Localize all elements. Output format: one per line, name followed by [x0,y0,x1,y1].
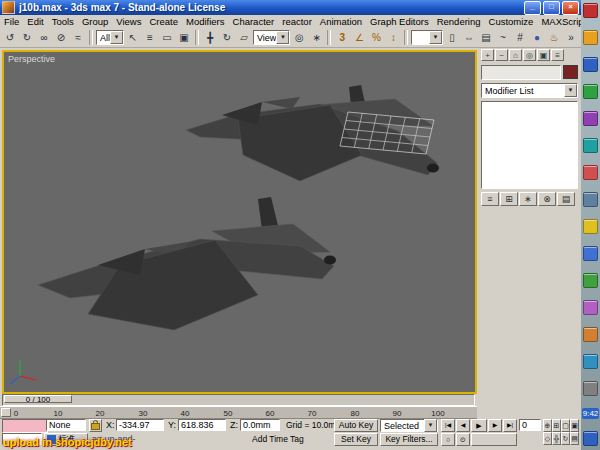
auto-key-button[interactable]: Auto Key [334,419,378,432]
chevron-down-icon[interactable]: ▼ [429,31,442,44]
desktop-icon[interactable] [583,192,598,207]
menu-edit[interactable]: Edit [23,16,47,27]
select-object-icon[interactable]: ↖ [125,30,141,46]
menu-animation[interactable]: Animation [316,16,366,27]
y-coordinate-field[interactable]: 618.836 [178,419,226,431]
make-unique-icon[interactable]: ∗ [519,192,537,206]
desktop-icon[interactable] [583,84,598,99]
tab-create-icon[interactable]: + [481,49,494,61]
menu-character[interactable]: Character [229,16,279,27]
named-selection-sets-dropdown[interactable]: ▼ [411,30,443,45]
jet-model-lower[interactable] [38,197,336,330]
desktop-icon[interactable] [583,138,598,153]
configure-modifier-sets-icon[interactable]: ▤ [557,192,575,206]
key-selection-dropdown[interactable]: Selected ▼ [380,419,438,432]
macro-recorder-field[interactable] [2,419,48,433]
goto-start-button[interactable]: |◀ [441,419,455,432]
zoom-extents-icon[interactable]: ▢ [561,419,570,432]
window-crossing-icon[interactable]: ▣ [176,30,192,46]
menu-graph-editors[interactable]: Graph Editors [366,16,433,27]
menu-reactor[interactable]: reactor [278,16,316,27]
pin-stack-icon[interactable]: ≡ [481,192,499,206]
selection-filter-dropdown[interactable]: All ▼ [96,30,124,45]
tab-hierarchy-icon[interactable]: ⌂ [509,49,522,61]
schematic-view-icon[interactable]: # [512,30,528,46]
quick-render-icon[interactable]: » [563,30,579,46]
jet-model-upper[interactable] [186,85,439,181]
align-icon[interactable]: ⇔ [461,30,477,46]
redo-icon[interactable]: ↻ [19,30,35,46]
title-bar[interactable]: j10b.max - 3ds max 7 - Stand-alone Licen… [0,0,581,15]
menu-rendering[interactable]: Rendering [433,16,485,27]
object-name-field[interactable] [481,65,561,80]
selection-lock-icon[interactable] [89,419,102,432]
tab-display-icon[interactable]: ▣ [537,49,550,61]
percent-snap-icon[interactable]: % [368,30,384,46]
use-pivot-point-icon[interactable]: ◎ [291,30,307,46]
bind-to-space-warp-icon[interactable]: ≈ [70,30,86,46]
close-button[interactable]: × [562,1,579,15]
object-color-swatch[interactable] [563,65,578,79]
desktop-icon[interactable] [583,300,598,315]
menu-views[interactable]: Views [112,16,145,27]
rectangular-selection-region-icon[interactable]: ▭ [159,30,175,46]
play-button[interactable]: ▶ [471,419,487,432]
time-slider-track[interactable]: 0 / 100 [2,394,475,406]
remove-modifier-icon[interactable]: ⊗ [538,192,556,206]
chevron-down-icon[interactable]: ▼ [110,31,123,44]
menu-customize[interactable]: Customize [485,16,538,27]
chevron-down-icon[interactable]: ▼ [276,31,289,44]
desktop-icon[interactable] [583,273,598,288]
modifier-stack-list[interactable] [481,101,578,189]
goto-end-button[interactable]: ▶| [503,419,517,432]
perspective-viewport[interactable]: Perspective [2,50,477,394]
select-and-link-icon[interactable]: ∞ [36,30,52,46]
min-max-toggle-icon[interactable]: ▤ [570,432,579,445]
undo-icon[interactable]: ↺ [2,30,18,46]
chevron-down-icon[interactable]: ▼ [564,84,577,97]
desktop-icon[interactable] [583,30,598,45]
select-and-manipulate-icon[interactable]: ∗ [308,30,324,46]
arc-rotate-icon[interactable]: ↻ [561,432,570,445]
snap-toggle-icon[interactable]: 3 [334,30,350,46]
desktop-icon[interactable] [583,3,598,18]
tab-modify-icon[interactable]: ~ [495,49,508,61]
select-and-move-icon[interactable]: ╋ [202,30,218,46]
reference-coordinate-dropdown[interactable]: View ▼ [253,30,290,45]
desktop-icon[interactable] [583,327,598,342]
previous-frame-button[interactable]: ◀ [456,419,470,432]
key-mode-toggle[interactable]: ○ [441,433,455,446]
next-frame-button[interactable]: ▶ [488,419,502,432]
tray-icon[interactable] [583,431,598,446]
tab-motion-icon[interactable]: ◎ [523,49,536,61]
chevron-down-icon[interactable]: ▼ [424,419,437,432]
zoom-icon[interactable]: ⊕ [543,419,552,432]
current-frame-field[interactable]: 0 [519,419,541,431]
curve-editor-icon[interactable]: ~ [495,30,511,46]
x-coordinate-field[interactable]: -334.97 [116,419,164,431]
select-and-rotate-icon[interactable]: ↻ [219,30,235,46]
mini-curve-editor-button[interactable] [1,408,11,417]
set-key-button[interactable]: Set Key [334,433,378,446]
menu-modifiers[interactable]: Modifiers [182,16,229,27]
desktop-icon[interactable] [583,381,598,396]
viewport-canvas[interactable] [4,52,475,392]
desktop-icon[interactable] [583,57,598,72]
menu-file[interactable]: File [0,16,23,27]
add-time-tag[interactable]: Add Time Tag [252,433,304,445]
spinner-snap-icon[interactable]: ↕ [385,30,401,46]
menu-group[interactable]: Group [78,16,112,27]
key-filters-button[interactable]: Key Filters... [380,433,438,446]
angle-snap-icon[interactable]: ∠ [351,30,367,46]
unlink-selection-icon[interactable]: ⊘ [53,30,69,46]
render-scene-icon[interactable]: ♨ [546,30,562,46]
modifier-list-dropdown[interactable]: Modifier List ▼ [481,83,578,98]
zoom-extents-all-icon[interactable]: ▣ [570,419,579,432]
menu-maxscript[interactable]: MAXScript [537,16,581,27]
animation-extra-button[interactable] [471,433,517,446]
viewport-label[interactable]: Perspective [8,54,55,64]
show-end-result-icon[interactable]: ⊞ [500,192,518,206]
select-by-name-icon[interactable]: ≡ [142,30,158,46]
desktop-icon[interactable] [583,246,598,261]
mirror-icon[interactable]: ▯ [444,30,460,46]
